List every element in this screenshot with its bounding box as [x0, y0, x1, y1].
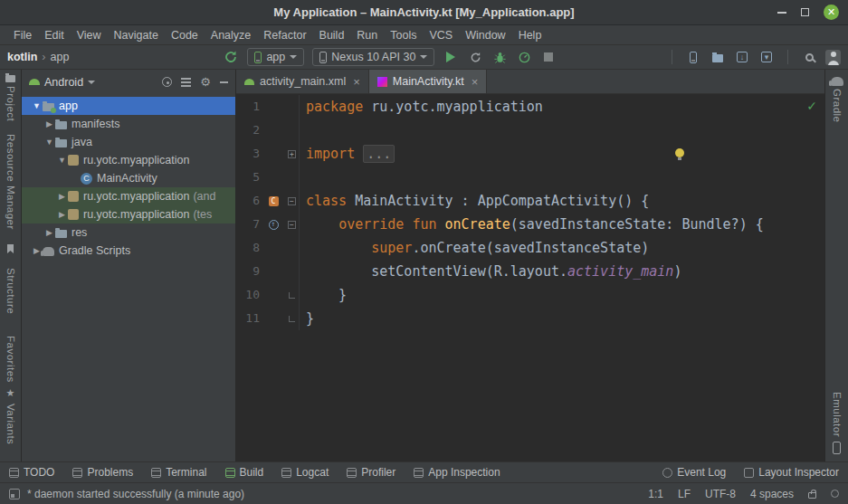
- gradle-sync-icon[interactable]: [223, 49, 239, 65]
- minimize-icon[interactable]: [777, 12, 786, 14]
- kotlin-file: [377, 77, 387, 87]
- tree-arrow-icon[interactable]: ▼: [43, 138, 55, 147]
- code-text: setContentView(R.layout.activity_main): [300, 260, 681, 283]
- tab-mainactivity-kt[interactable]: MainActivity.kt×: [369, 70, 488, 93]
- editor-tabs: activity_main.xml×MainActivity.kt×: [236, 70, 824, 94]
- line-separator[interactable]: LF: [678, 488, 691, 500]
- tree-arrow-icon[interactable]: ▶: [56, 210, 68, 219]
- tool-button-variants[interactable]: Variants: [5, 404, 16, 444]
- intention-bulb-icon[interactable]: [675, 148, 684, 157]
- menu-build[interactable]: Build: [313, 29, 351, 42]
- menu-analyze[interactable]: Analyze: [205, 29, 257, 42]
- menu-navigate[interactable]: Navigate: [108, 29, 165, 42]
- sdk-manager-icon[interactable]: ↓: [734, 49, 750, 65]
- status-indicator-icon[interactable]: [831, 490, 839, 498]
- locate-file-icon[interactable]: [162, 77, 172, 87]
- menu-code[interactable]: Code: [165, 29, 205, 42]
- search-icon[interactable]: [801, 49, 817, 65]
- tool-button-gradle[interactable]: Gradle: [832, 89, 843, 123]
- tool-button-resource-manager[interactable]: Resource Manager: [5, 134, 16, 230]
- caret-position[interactable]: 1:1: [648, 488, 663, 500]
- gradle-icon[interactable]: [831, 77, 843, 86]
- breadcrumb-current[interactable]: app: [51, 51, 70, 63]
- run-config-label: app: [266, 51, 285, 63]
- tab-activity-main-xml[interactable]: activity_main.xml×: [236, 70, 369, 93]
- file-encoding[interactable]: UTF-8: [705, 488, 736, 500]
- tree-item-res[interactable]: ▶res: [22, 223, 235, 242]
- hide-panel-icon[interactable]: [220, 81, 228, 83]
- tree-arrow-icon[interactable]: ▶: [43, 228, 55, 237]
- tool-button-todo[interactable]: TODO: [9, 466, 54, 479]
- tree-arrow-icon[interactable]: ▶: [56, 192, 68, 201]
- class-gutter-icon[interactable]: [269, 196, 279, 206]
- tree-item-ru-yotc-myapplication[interactable]: ▶ru.yotc.myapplication(and: [22, 187, 235, 205]
- toolwindow-toggle-icon[interactable]: [9, 489, 20, 499]
- run-button[interactable]: [443, 49, 459, 65]
- tool-button-structure[interactable]: Structure: [5, 268, 16, 314]
- emulator-icon[interactable]: [833, 442, 841, 454]
- tree-item-ru-yotc-myapplication[interactable]: ▼ru.yotc.myapplication: [22, 151, 235, 169]
- menu-help[interactable]: Help: [512, 29, 548, 42]
- device-select[interactable]: Nexus 10 API 30: [312, 48, 434, 66]
- fold-collapse-icon[interactable]: −: [288, 221, 296, 229]
- fold-collapse-icon[interactable]: −: [288, 197, 296, 205]
- device-file-explorer-icon[interactable]: [710, 49, 726, 65]
- tool-button-event-log[interactable]: Event Log: [662, 466, 726, 479]
- menu-refactor[interactable]: Refactor: [257, 29, 312, 42]
- menu-window[interactable]: Window: [459, 29, 511, 42]
- left-tool-strip: Project Resource Manager Structure Favor…: [0, 70, 22, 461]
- profile-button[interactable]: [516, 49, 532, 65]
- tree-item-manifests[interactable]: ▶manifests: [22, 115, 235, 133]
- tool-button-layout-inspector[interactable]: Layout Inspector: [744, 466, 839, 479]
- bookmark-icon[interactable]: [7, 244, 14, 253]
- tool-button-build[interactable]: Build: [225, 466, 264, 479]
- settings-icon[interactable]: ⚙: [200, 76, 211, 88]
- menu-run[interactable]: Run: [350, 29, 384, 42]
- chevron-down-icon[interactable]: [88, 81, 95, 84]
- tree-arrow-icon[interactable]: ▶: [43, 119, 55, 128]
- menu-view[interactable]: View: [71, 29, 108, 42]
- tree-item-mainactivity[interactable]: MainActivity: [22, 169, 235, 187]
- virtual-device-icon[interactable]: ▾: [758, 49, 775, 65]
- stop-button[interactable]: [540, 49, 557, 65]
- override-gutter-icon[interactable]: [269, 220, 279, 230]
- close-tab-icon[interactable]: ×: [472, 75, 479, 89]
- tree-item-ru-yotc-myapplication[interactable]: ▶ru.yotc.myapplication(tes: [22, 205, 235, 223]
- tool-button-project[interactable]: Project: [5, 86, 16, 121]
- debug-button[interactable]: [491, 49, 508, 65]
- run-config-select[interactable]: app: [247, 48, 304, 66]
- tree-item-java[interactable]: ▼java: [22, 133, 235, 151]
- project-view-selector[interactable]: Android: [44, 76, 83, 89]
- tool-button-app-inspection[interactable]: App Inspection: [414, 466, 500, 479]
- close-tab-icon[interactable]: ×: [353, 75, 360, 89]
- tree-arrow-icon[interactable]: ▼: [31, 101, 43, 110]
- device-manager-icon[interactable]: [685, 49, 701, 65]
- window-controls: ✕: [777, 5, 848, 20]
- star-icon[interactable]: ★: [6, 388, 15, 398]
- tab-label: MainActivity.kt: [393, 75, 464, 88]
- tree-item-gradle-scripts[interactable]: ▶Gradle Scripts: [22, 242, 235, 260]
- tool-button-favorites[interactable]: Favorites: [5, 336, 16, 383]
- tool-button-terminal[interactable]: Terminal: [151, 466, 206, 479]
- menu-tools[interactable]: Tools: [384, 29, 423, 42]
- menu-edit[interactable]: Edit: [38, 29, 71, 42]
- project-icon[interactable]: [5, 75, 15, 82]
- lock-icon[interactable]: [808, 492, 816, 499]
- tool-button-profiler[interactable]: Profiler: [347, 466, 395, 479]
- tree-item-app[interactable]: ▼app: [22, 97, 235, 115]
- code-area[interactable]: ✓ 1package ru.yotc.myapplication23+impor…: [236, 94, 824, 461]
- menu-vcs[interactable]: VCS: [423, 29, 459, 42]
- menu-file[interactable]: File: [7, 29, 38, 42]
- tool-button-problems[interactable]: Problems: [72, 466, 133, 479]
- collapse-all-icon[interactable]: [181, 78, 191, 87]
- tree-arrow-icon[interactable]: ▼: [56, 156, 68, 165]
- fold-expand-icon[interactable]: +: [288, 150, 296, 158]
- tool-button-logcat[interactable]: Logcat: [281, 466, 329, 479]
- indent-setting[interactable]: 4 spaces: [750, 488, 794, 500]
- maximize-icon[interactable]: [801, 8, 809, 16]
- apply-changes-button[interactable]: [467, 49, 483, 65]
- tool-button-emulator[interactable]: Emulator: [832, 392, 843, 437]
- close-icon[interactable]: ✕: [824, 5, 839, 20]
- avatar[interactable]: [825, 50, 841, 65]
- breadcrumb-root[interactable]: kotlin: [7, 51, 37, 63]
